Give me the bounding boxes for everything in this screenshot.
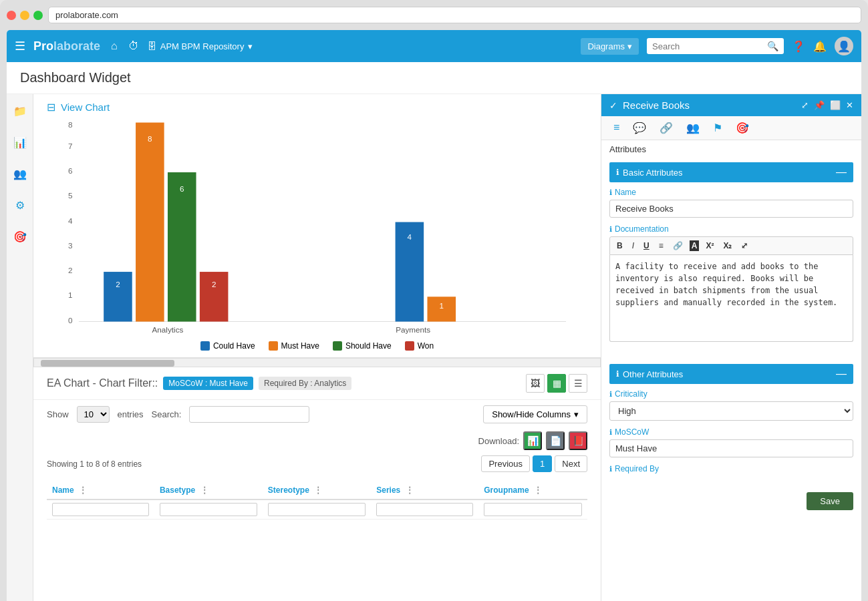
brand-logo[interactable]: Prolaborate xyxy=(33,39,100,53)
repo-label: APM BPM Repository xyxy=(160,41,245,51)
search-bar[interactable]: 🔍 xyxy=(647,38,784,54)
show-hide-columns-button[interactable]: Show/Hide Columns ▾ xyxy=(483,405,587,423)
doc-bold[interactable]: B xyxy=(614,240,625,252)
search-input[interactable] xyxy=(652,41,764,51)
doc-italic[interactable]: I xyxy=(629,240,637,252)
dot-yellow[interactable] xyxy=(20,11,29,20)
svg-rect-16 xyxy=(200,272,229,322)
sidebar-icon-people[interactable]: 👥 xyxy=(9,164,31,184)
save-row: Save xyxy=(601,487,861,516)
main-content: ⊟ View Chart 0 1 2 3 4 5 6 7 8 xyxy=(33,94,601,601)
tab-comments[interactable]: 💬 xyxy=(626,116,653,140)
col-basetype[interactable]: Basetype ⋮ xyxy=(154,481,263,499)
name-input[interactable] xyxy=(609,200,853,218)
panel-title: Receive Books xyxy=(623,99,796,111)
clock-icon[interactable]: ⏱ xyxy=(128,40,139,52)
doc-link[interactable]: 🔗 xyxy=(670,240,686,252)
page-1-button[interactable]: 1 xyxy=(533,455,552,472)
tab-links[interactable]: 🔗 xyxy=(653,116,680,140)
col-series[interactable]: Series ⋮ xyxy=(371,481,478,499)
filter-basetype-input[interactable] xyxy=(160,503,257,516)
filter-view-icons: 🖼 ▦ ☰ xyxy=(526,374,587,393)
dot-red[interactable] xyxy=(7,11,16,20)
scroll-thumb[interactable] xyxy=(41,360,174,367)
filter-groupname-input[interactable] xyxy=(484,503,582,516)
other-section-header: ℹ Other Attributes — xyxy=(609,364,853,384)
filter-section: EA Chart - Chart Filter:: MoSCoW : Must … xyxy=(33,367,601,400)
browser-dots xyxy=(7,11,43,20)
download-pdf-button[interactable]: 📕 xyxy=(569,431,587,450)
basic-collapse-icon[interactable]: — xyxy=(836,166,847,178)
doc-underline[interactable]: U xyxy=(641,240,652,252)
panel-header-actions: ⤢ 📌 ⬜ ✕ xyxy=(801,100,853,110)
sidebar-icon-target[interactable]: 🎯 xyxy=(9,226,31,247)
sidebar-icon-folder[interactable]: 📁 xyxy=(9,101,31,122)
doc-textarea[interactable]: A facility to receive and add books to t… xyxy=(609,255,853,342)
doc-color[interactable]: A xyxy=(690,240,700,251)
panel-header: ✓ Receive Books ⤢ 📌 ⬜ ✕ xyxy=(601,94,861,116)
doc-subscript[interactable]: X₂ xyxy=(720,240,734,252)
required-by-filter-tag[interactable]: Required By : Analytics xyxy=(259,377,351,390)
panel-close-icon[interactable]: ✕ xyxy=(846,100,853,110)
filter-name-input[interactable] xyxy=(52,503,149,516)
diagrams-button[interactable]: Diagrams ▾ xyxy=(581,38,639,55)
svg-text:Analytics: Analytics xyxy=(152,325,184,334)
legend-label-could-have: Could Have xyxy=(213,341,255,351)
sidebar-icon-settings[interactable]: ⚙ xyxy=(11,195,29,216)
panel-external-link-icon[interactable]: ⤢ xyxy=(801,100,809,110)
repo-selector[interactable]: 🗄 APM BPM Repository ▾ xyxy=(147,41,253,51)
svg-text:3: 3 xyxy=(68,241,73,250)
download-word-button[interactable]: 📄 xyxy=(546,431,565,450)
home-icon[interactable]: ⌂ xyxy=(111,40,118,52)
moscow-input[interactable] xyxy=(609,439,853,457)
tab-flag[interactable]: ⚑ xyxy=(706,116,729,140)
entries-select[interactable]: 10 25 50 xyxy=(77,406,110,423)
other-attributes-section: ℹ Other Attributes — ℹ Criticality High … xyxy=(601,357,861,487)
svg-text:1: 1 xyxy=(440,301,444,310)
search-icon[interactable]: 🔍 xyxy=(767,41,778,51)
filter-stereotype-input[interactable] xyxy=(268,503,366,516)
help-icon[interactable]: ❓ xyxy=(792,40,805,53)
notification-icon[interactable]: 🔔 xyxy=(813,40,827,53)
info-icon-name: ℹ xyxy=(609,188,612,197)
panel-pin-icon[interactable]: 📌 xyxy=(814,100,825,110)
chart-view-icon[interactable]: 🖼 xyxy=(526,374,545,393)
next-button[interactable]: Next xyxy=(555,455,587,472)
prev-button[interactable]: Previous xyxy=(481,455,530,472)
basic-section-header: ℹ Basic Attributes — xyxy=(609,162,853,182)
address-bar[interactable]: prolaborate.com xyxy=(48,7,861,23)
avatar[interactable]: 👤 xyxy=(835,37,853,55)
criticality-select[interactable]: High Medium Low xyxy=(609,401,853,421)
hamburger-icon[interactable]: ☰ xyxy=(15,39,25,53)
sidebar-icon-diagram[interactable]: 📊 xyxy=(9,132,31,153)
horizontal-scrollbar[interactable] xyxy=(33,358,601,367)
doc-superscript[interactable]: X² xyxy=(703,240,716,252)
chart-header[interactable]: ⊟ View Chart xyxy=(47,101,587,114)
table-view-icon[interactable]: ▦ xyxy=(547,374,566,393)
tab-target[interactable]: 🎯 xyxy=(729,116,756,140)
tab-people[interactable]: 👥 xyxy=(680,116,706,140)
search-label: Search: xyxy=(152,409,182,419)
brand-pro: Pro xyxy=(33,39,53,53)
doc-label: ℹ Documentation xyxy=(609,224,853,234)
doc-list[interactable]: ≡ xyxy=(656,240,666,252)
dot-green[interactable] xyxy=(33,11,43,20)
list-view-icon[interactable]: ☰ xyxy=(569,374,587,393)
criticality-attr: ℹ Criticality High Medium Low xyxy=(609,389,853,421)
download-excel-button[interactable]: 📊 xyxy=(523,431,542,450)
panel-expand-icon[interactable]: ⬜ xyxy=(830,100,841,110)
diagrams-chevron-icon: ▾ xyxy=(627,41,632,51)
svg-text:5: 5 xyxy=(68,191,73,200)
table-search-input[interactable] xyxy=(189,406,309,423)
tab-attributes[interactable]: ≡ xyxy=(607,116,626,140)
moscow-filter-tag[interactable]: MoSCoW : Must Have xyxy=(163,377,253,390)
col-groupname[interactable]: Groupname ⋮ xyxy=(478,481,587,499)
filter-series-input[interactable] xyxy=(376,503,473,516)
legend-color-could-have xyxy=(200,341,210,351)
save-button[interactable]: Save xyxy=(807,492,853,510)
other-collapse-icon[interactable]: — xyxy=(836,368,847,380)
doc-expand[interactable]: ⤢ xyxy=(738,240,750,252)
col-stereotype[interactable]: Stereotype ⋮ xyxy=(263,481,371,499)
col-name[interactable]: Name ⋮ xyxy=(47,481,154,499)
repo-chevron-icon: ▾ xyxy=(248,41,253,51)
